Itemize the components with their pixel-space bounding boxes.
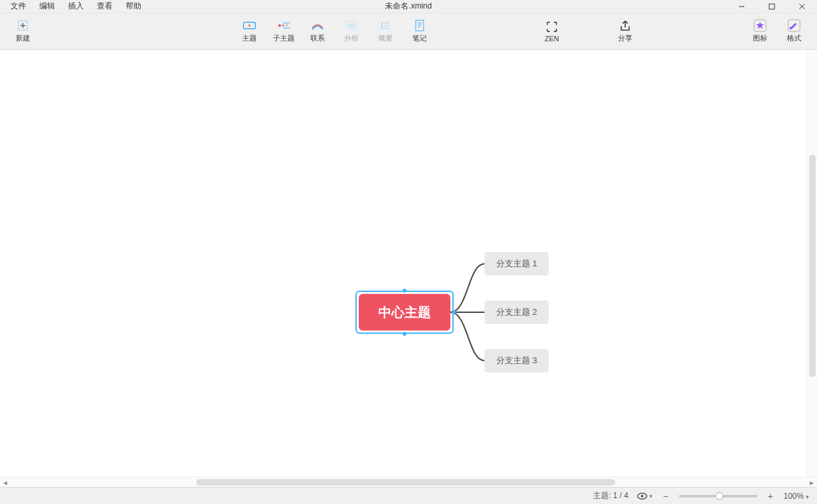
share-icon	[619, 19, 632, 32]
toolbar: 新建 主题 + 子主题 联系 外框 概要 笔记 ZEN	[0, 13, 817, 50]
zen-label: ZEN	[545, 35, 559, 43]
topic-label: 主题	[242, 33, 257, 43]
topic-count-label: 主题:	[593, 491, 611, 500]
scroll-right-arrow[interactable]: ►	[807, 477, 817, 487]
notes-label: 笔记	[412, 33, 427, 43]
zoom-out-button[interactable]: −	[661, 491, 671, 501]
svg-point-27	[641, 495, 644, 497]
maximize-button[interactable]	[757, 0, 787, 13]
svg-text:+: +	[285, 22, 289, 28]
topic-icon	[243, 19, 256, 32]
new-button[interactable]: 新建	[8, 15, 38, 48]
share-button[interactable]: 分享	[610, 15, 640, 48]
boundary-icon	[345, 19, 358, 32]
icons-button[interactable]: 图标	[745, 15, 775, 48]
boundary-label: 外框	[344, 33, 359, 43]
summary-button[interactable]: 概要	[371, 15, 401, 48]
topic-count-value: 1 / 4	[613, 491, 628, 500]
chevron-down-icon: ▾	[649, 493, 653, 499]
status-bar: 主题: 1 / 4 ▾ − + 100% ▾	[0, 487, 817, 504]
notes-icon	[413, 19, 426, 32]
summary-icon	[379, 19, 392, 32]
relation-icon	[311, 19, 324, 32]
minimize-button[interactable]	[727, 0, 757, 13]
menu-help[interactable]: 帮助	[119, 0, 148, 13]
topic-button[interactable]: 主题	[234, 15, 264, 48]
horizontal-scrollbar[interactable]: ◄ ►	[0, 477, 817, 487]
title-bar: 文件 编辑 插入 查看 帮助 未命名.xmind	[0, 0, 817, 13]
zoom-level[interactable]: 100% ▾	[784, 492, 809, 501]
zoom-in-button[interactable]: +	[765, 491, 776, 501]
vertical-scrollbar[interactable]	[807, 50, 817, 477]
horizontal-scroll-thumb[interactable]	[196, 479, 615, 486]
zen-button[interactable]: ZEN	[537, 15, 567, 48]
format-label: 格式	[787, 33, 801, 43]
notes-button[interactable]: 笔记	[405, 15, 435, 48]
brush-icon	[788, 19, 801, 32]
subtopic-label: 子主题	[273, 33, 295, 43]
menu-insert[interactable]: 插入	[62, 0, 90, 13]
connectors	[0, 50, 817, 487]
window-title: 未命名.xmind	[385, 1, 431, 12]
relation-label: 联系	[310, 33, 325, 43]
scroll-left-arrow[interactable]: ◄	[0, 477, 10, 487]
menu-edit[interactable]: 编辑	[33, 0, 62, 13]
zoom-slider-knob[interactable]	[716, 492, 723, 500]
summary-label: 概要	[378, 33, 393, 43]
svg-point-10	[278, 24, 281, 27]
new-label: 新建	[16, 33, 30, 43]
mindmap-canvas[interactable]: 中心主题 分支主题 1 分支主题 2 分支主题 3 ◄ ►	[0, 50, 817, 487]
svg-rect-1	[769, 4, 774, 9]
vertical-scroll-thumb[interactable]	[809, 154, 816, 377]
svg-rect-15	[348, 24, 355, 27]
subtopic-button[interactable]: + 子主题	[268, 15, 299, 48]
menu-bar: 文件 编辑 插入 查看 帮助	[0, 0, 148, 13]
topic-count: 主题: 1 / 4	[593, 490, 628, 501]
eye-icon	[636, 490, 648, 502]
subtopic-icon: +	[277, 19, 290, 32]
chevron-down-icon: ▾	[806, 494, 809, 500]
star-icon	[753, 19, 767, 32]
visibility-toggle[interactable]: ▾	[636, 490, 653, 502]
menu-view[interactable]: 查看	[90, 0, 119, 13]
format-button[interactable]: 格式	[779, 15, 809, 48]
selection-handle-bottom[interactable]	[403, 332, 407, 336]
svg-rect-19	[416, 20, 424, 31]
svg-point-25	[790, 27, 792, 29]
zoom-slider[interactable]	[679, 495, 757, 497]
branch-topic-node-2[interactable]: 分支主题 2	[484, 300, 549, 324]
close-button[interactable]	[787, 0, 817, 13]
icons-label: 图标	[753, 33, 767, 43]
window-controls	[727, 0, 817, 13]
selection-handle-top[interactable]	[403, 289, 407, 293]
zoom-level-value: 100%	[784, 492, 804, 501]
menu-file[interactable]: 文件	[4, 0, 33, 13]
zen-icon	[545, 20, 558, 33]
branch-topic-node-1[interactable]: 分支主题 1	[484, 252, 549, 276]
selection-handle-right[interactable]	[452, 310, 456, 314]
relation-button[interactable]: 联系	[302, 15, 333, 48]
boundary-button[interactable]: 外框	[336, 15, 367, 48]
central-topic-node[interactable]: 中心主题	[359, 294, 450, 331]
new-icon	[16, 19, 29, 32]
share-label: 分享	[618, 33, 632, 43]
branch-topic-node-3[interactable]: 分支主题 3	[484, 349, 549, 372]
